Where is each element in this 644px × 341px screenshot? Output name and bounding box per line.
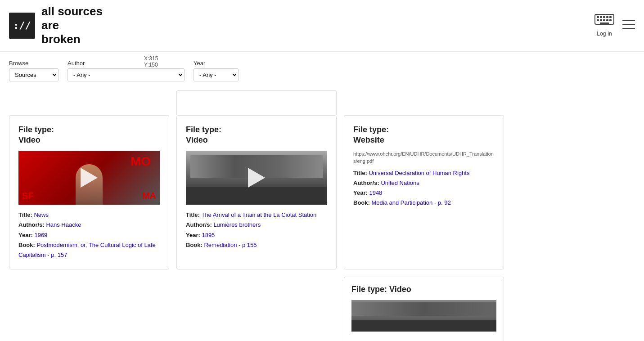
card-1-year-label: Year: [18, 232, 34, 238]
card-3-title-label: Title: [353, 170, 369, 176]
card-1-title-link[interactable]: News [34, 211, 49, 218]
bottom-partial-card: File type: Video [344, 277, 504, 341]
card-2-meta: Title: The Arrival of a Train at the La … [186, 210, 327, 250]
svg-rect-6 [597, 19, 599, 21]
toolbar: Browse Sources Author - Any - X:315 Y:15… [0, 52, 644, 86]
card-1-year-link[interactable]: 1969 [34, 232, 47, 238]
card-2: File type:Video Title: The Arrival of a … [176, 115, 337, 269]
hamburger-icon[interactable] [622, 20, 635, 31]
card-1-title-label: Title: [18, 211, 34, 218]
card-3-year-label: Year: [353, 189, 369, 196]
card-3-title-link[interactable]: Universal Declaration of Human Rights [369, 170, 469, 176]
svg-rect-11 [600, 22, 609, 24]
svg-rect-3 [603, 16, 605, 18]
logo-icon[interactable]: :// [9, 13, 35, 39]
bottom-card-thumbnail[interactable] [351, 300, 496, 332]
card-3-book-label: Book: [353, 199, 371, 206]
card-2-thumbnail[interactable] [186, 151, 327, 205]
browse-filter: Browse Sources [9, 60, 59, 81]
card-1-author-link[interactable]: Hans Haacke [46, 221, 81, 228]
coordinates-tooltip: X:315 Y:150 [144, 55, 158, 68]
year-label: Year [194, 60, 239, 67]
site-title-line1: all sources [41, 4, 103, 18]
card-1-meta: Title: News Author/s: Hans Haacke Year: … [18, 210, 160, 260]
card-1-play-button[interactable] [81, 168, 98, 188]
partial-card-top-center [176, 90, 337, 115]
year-select[interactable]: - Any - [194, 68, 239, 81]
svg-rect-10 [609, 19, 612, 21]
card-3-filetype: File type:Website [353, 125, 495, 146]
svg-rect-9 [606, 19, 608, 21]
card-3: File type:Website https://www.ohchr.org/… [344, 115, 504, 269]
browse-label: Browse [9, 60, 59, 67]
svg-rect-13 [622, 24, 635, 25]
header-right: Log-in [594, 14, 635, 37]
card-2-author-link[interactable]: Lumières brothers [213, 221, 261, 228]
card-2-book-label: Book: [186, 242, 204, 248]
card-1: File type:Video MA Title: News Author/s:… [9, 115, 169, 269]
svg-rect-8 [603, 19, 605, 21]
card-2-title-label: Title: [186, 211, 201, 218]
site-title-line2: are [41, 18, 59, 32]
card-1-book-label: Book: [18, 242, 36, 248]
cards-row: File type:Video MA Title: News Author/s:… [9, 115, 504, 269]
site-header: :// all sources are broken [0, 0, 644, 52]
card-3-meta: Title: Universal Declaration of Human Ri… [353, 168, 495, 208]
svg-rect-1 [597, 16, 599, 18]
card-3-author-label: Author/s: [353, 179, 381, 186]
author-label: Author [68, 60, 185, 67]
svg-rect-4 [606, 16, 608, 18]
card-2-year-label: Year: [186, 232, 202, 238]
card-3-year-link[interactable]: 1948 [369, 189, 382, 196]
card-1-filetype: File type:Video [18, 125, 160, 146]
card-3-author-link[interactable]: United Nations [381, 179, 419, 186]
bottom-card-filetype: File type: Video [351, 284, 496, 295]
card-3-url: https://www.ohchr.org/EN/UDHR/Documents/… [353, 151, 495, 165]
coords-text: X:315 Y:150 [144, 55, 158, 68]
card-2-author-label: Author/s: [186, 221, 213, 228]
card-2-title-link[interactable]: The Arrival of a Train at the La Ciotat … [201, 211, 316, 218]
site-title-line3: broken [41, 32, 81, 46]
login-button[interactable]: Log-in [594, 14, 614, 37]
svg-rect-12 [622, 20, 635, 21]
card-2-play-button[interactable] [248, 168, 265, 188]
card-3-book-link[interactable]: Media and Participation - p. 92 [371, 199, 450, 206]
author-filter: Author - Any - [68, 60, 185, 81]
logo-area: :// all sources are broken [9, 4, 103, 47]
card-2-year-link[interactable]: 1895 [202, 232, 215, 238]
svg-rect-7 [600, 19, 602, 21]
browse-select[interactable]: Sources [9, 68, 59, 81]
author-select[interactable]: - Any - [68, 68, 185, 81]
svg-rect-2 [600, 16, 602, 18]
card-2-filetype: File type:Video [186, 125, 327, 146]
ma-text: MA [142, 191, 156, 201]
site-title: all sources are broken [41, 4, 103, 47]
bottom-row: File type: Video [9, 277, 504, 341]
card-1-thumbnail[interactable]: MA [18, 151, 160, 205]
logo-symbol: :// [13, 20, 31, 31]
main-content: File type:Video MA Title: News Author/s:… [0, 86, 644, 341]
card-1-book-link[interactable]: Postmodernism, or, The Cultural Logic of… [18, 242, 156, 258]
svg-rect-14 [622, 28, 635, 29]
card-2-book-link[interactable]: Remediation - p 155 [204, 242, 257, 248]
login-label: Log-in [597, 31, 612, 37]
year-filter: Year - Any - [194, 60, 239, 81]
keyboard-icon [594, 14, 614, 30]
svg-rect-5 [609, 16, 612, 18]
card-1-author-label: Author/s: [18, 221, 46, 228]
